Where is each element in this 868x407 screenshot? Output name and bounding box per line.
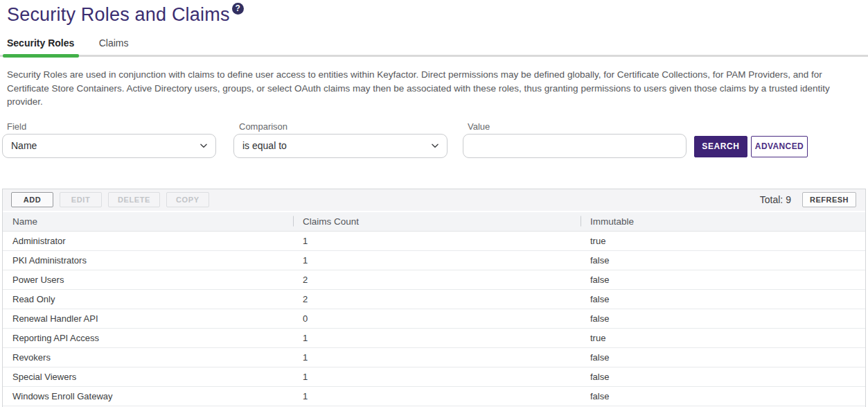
table-cell: 1 — [293, 391, 581, 401]
table-cell: Renewal Handler API — [3, 313, 293, 324]
table-cell: 1 — [293, 372, 581, 382]
column-header-claims-count[interactable]: Claims Count — [293, 216, 581, 227]
table-row[interactable]: Renewal Handler API0false — [3, 309, 865, 329]
tab-claims[interactable]: Claims — [99, 37, 129, 49]
active-tab-indicator — [3, 54, 79, 58]
table-cell: 2 — [293, 275, 581, 285]
table-row[interactable]: Reporting API Access1true — [3, 329, 865, 348]
table-cell: false — [581, 313, 865, 324]
table-body: Administrator1truePKI Administrators1fal… — [3, 232, 865, 406]
table-cell: 1 — [293, 333, 581, 343]
copy-button[interactable]: COPY — [166, 192, 209, 207]
roles-grid: ADD EDIT DELETE COPY Total: 9 REFRESH Na… — [2, 189, 866, 407]
table-header: Name Claims Count Immutable — [3, 212, 865, 232]
table-cell: 0 — [293, 313, 581, 324]
table-row[interactable]: Power Users2false — [3, 270, 865, 290]
table-cell: false — [581, 255, 865, 266]
total-count: Total: 9 — [760, 194, 791, 205]
table-cell: 1 — [293, 236, 581, 246]
table-cell: false — [581, 391, 865, 401]
grid-toolbar: ADD EDIT DELETE COPY Total: 9 REFRESH — [3, 189, 865, 212]
field-label: Field — [7, 121, 26, 132]
comparison-label: Comparison — [239, 121, 287, 132]
table-cell: Revokers — [3, 352, 293, 363]
table-cell: false — [581, 294, 865, 304]
table-cell: PKI Administrators — [3, 255, 293, 266]
table-row[interactable]: Windows Enroll Gateway1false — [3, 387, 865, 406]
value-label: Value — [468, 121, 490, 132]
field-select-wrap: Name — [2, 134, 216, 158]
help-icon[interactable]: ? — [232, 3, 244, 15]
table-cell: true — [581, 236, 865, 246]
table-cell: false — [581, 275, 865, 285]
table-cell: Reporting API Access — [3, 333, 293, 343]
page-title: Security Roles and Claims — [7, 4, 230, 26]
table-row[interactable]: Administrator1true — [3, 232, 865, 251]
comparison-select-wrap: is equal to — [233, 134, 448, 158]
delete-button[interactable]: DELETE — [108, 192, 160, 207]
table-cell: 1 — [293, 255, 581, 266]
edit-button[interactable]: EDIT — [60, 192, 102, 207]
table-row[interactable]: Revokers1false — [3, 348, 865, 367]
comparison-select[interactable]: is equal to — [233, 134, 448, 158]
table-row[interactable]: Read Only2false — [3, 290, 865, 309]
table-cell: Power Users — [3, 275, 293, 285]
column-header-name[interactable]: Name — [3, 216, 293, 227]
field-select[interactable]: Name — [2, 134, 216, 158]
table-cell: 2 — [293, 294, 581, 304]
column-header-immutable[interactable]: Immutable — [581, 216, 865, 227]
table-row[interactable]: PKI Administrators1false — [3, 251, 865, 270]
table-cell: Windows Enroll Gateway — [3, 391, 293, 401]
advanced-button[interactable]: ADVANCED — [751, 136, 808, 157]
tab-bar: Security Roles Claims — [0, 37, 868, 57]
search-form: Field Comparison Value Name is equal to … — [0, 117, 868, 163]
table-cell: Special Viewers — [3, 372, 293, 382]
refresh-button[interactable]: REFRESH — [802, 192, 856, 207]
search-button[interactable]: SEARCH — [694, 136, 747, 157]
add-button[interactable]: ADD — [11, 192, 53, 207]
table-cell: true — [581, 333, 865, 343]
tab-underline — [0, 55, 868, 57]
table-cell: false — [581, 352, 865, 363]
table-cell: 1 — [293, 352, 581, 363]
table-row[interactable]: Special Viewers1false — [3, 367, 865, 387]
tab-security-roles[interactable]: Security Roles — [7, 37, 74, 49]
table-cell: false — [581, 372, 865, 382]
page-header: Security Roles and Claims? — [0, 0, 868, 28]
table-cell: Administrator — [3, 236, 293, 246]
table-cell: Read Only — [3, 294, 293, 304]
page-description: Security Roles are used in conjunction w… — [7, 68, 861, 109]
value-input[interactable] — [463, 134, 687, 158]
